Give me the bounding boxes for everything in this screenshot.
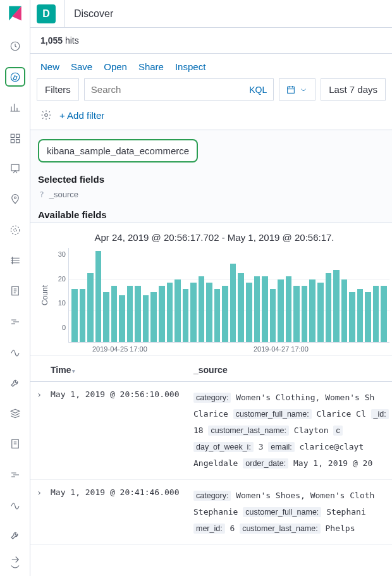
filters-button[interactable]: Filters [37, 78, 79, 101]
histogram-bar[interactable] [206, 283, 212, 342]
histogram-bar[interactable] [127, 286, 133, 342]
histogram-bar[interactable] [373, 286, 379, 342]
histogram-bar[interactable] [95, 251, 102, 342]
histogram-bar[interactable] [309, 279, 315, 342]
search-box: KQL [84, 78, 274, 101]
histogram-bar[interactable] [183, 289, 189, 342]
available-fields-heading[interactable]: Available fields [30, 205, 392, 223]
stack-icon[interactable] [5, 404, 25, 423]
histogram-bar[interactable] [278, 279, 284, 342]
kibana-logo[interactable] [7, 5, 23, 21]
histogram-bar[interactable] [349, 292, 355, 342]
histogram-bar[interactable] [199, 276, 205, 342]
share-button[interactable]: Share [138, 61, 164, 72]
add-filter-link[interactable]: + Add filter [59, 110, 104, 121]
open-button[interactable]: Open [104, 61, 127, 72]
histogram-bar[interactable] [190, 283, 197, 342]
histogram-chart[interactable]: Count 30 20 10 0 [39, 248, 389, 343]
devtools2-icon[interactable] [5, 526, 25, 545]
expand-row-icon[interactable]: › [30, 487, 48, 498]
histogram-bar[interactable] [317, 283, 324, 342]
ml-icon[interactable] [5, 220, 25, 239]
devtools-icon[interactable] [5, 373, 25, 392]
histogram-bar[interactable] [326, 273, 332, 342]
yaxis-label: Count [39, 285, 51, 305]
index-pattern-selector[interactable]: kibana_sample_data_ecommerce [38, 139, 198, 162]
histogram-bar[interactable] [80, 289, 86, 342]
histogram-bar[interactable] [365, 292, 371, 342]
recent-icon[interactable] [5, 37, 25, 56]
selected-field-source[interactable]: ?_source [30, 187, 392, 205]
svg-point-9 [14, 197, 16, 199]
kql-toggle[interactable]: KQL [249, 85, 267, 95]
histogram-bar[interactable] [302, 286, 308, 342]
histogram-bar[interactable] [293, 286, 300, 342]
discover-icon[interactable] [5, 67, 25, 87]
save-button[interactable]: Save [71, 61, 92, 72]
histogram-bar[interactable] [262, 276, 268, 342]
logs-icon[interactable] [5, 281, 25, 300]
histogram-bar[interactable] [111, 286, 118, 342]
histogram-bar[interactable] [286, 276, 292, 342]
apm-icon[interactable] [5, 312, 25, 331]
histogram-bar[interactable] [270, 289, 276, 342]
gear-icon[interactable] [40, 109, 52, 121]
space-badge[interactable]: D [37, 4, 56, 23]
uptime2-icon[interactable] [5, 496, 25, 515]
histogram-bar[interactable] [238, 273, 244, 342]
datepicker-button[interactable] [279, 78, 315, 101]
histogram-bar[interactable] [222, 286, 228, 342]
hits-bar: 1,055 hits [30, 28, 392, 54]
histogram-bar[interactable] [119, 295, 125, 343]
visualize-icon[interactable] [5, 98, 25, 117]
cell-time: May 1, 2019 @ 20:56:10.000 [48, 389, 193, 399]
histogram-bar[interactable] [341, 279, 348, 342]
apm2-icon[interactable] [5, 465, 25, 484]
col-time-header[interactable]: Time▾ [48, 365, 193, 375]
histogram-bar[interactable] [381, 286, 387, 342]
histogram-bar[interactable] [230, 264, 236, 342]
new-button[interactable]: New [40, 61, 59, 72]
histogram-bar[interactable] [254, 276, 260, 342]
yaxis-ticks: 30 20 10 0 [51, 248, 68, 343]
svg-point-11 [11, 226, 20, 235]
histogram-bar[interactable] [150, 292, 157, 342]
table-row: ›May 1, 2019 @ 20:41:46.000category: Wom… [30, 480, 392, 545]
svg-rect-5 [16, 134, 19, 137]
management-icon[interactable] [5, 434, 25, 453]
histogram-range-label: Apr 24, 2019 @ 20:56:17.702 - May 1, 201… [39, 232, 389, 243]
histogram-bar[interactable] [246, 283, 252, 342]
collapse-icon[interactable] [5, 549, 25, 570]
infra-icon[interactable] [5, 251, 25, 270]
histogram-bar[interactable] [167, 283, 173, 342]
histogram-bar[interactable] [214, 289, 221, 342]
histogram-bar[interactable] [135, 286, 141, 342]
search-input[interactable] [91, 84, 244, 95]
col-source-header[interactable]: _source [193, 365, 392, 375]
expand-row-icon[interactable]: › [30, 389, 48, 400]
histogram-bar[interactable] [143, 295, 149, 343]
cell-time: May 1, 2019 @ 20:41:46.000 [48, 487, 193, 497]
dashboard-icon[interactable] [5, 128, 25, 147]
histogram-bar[interactable] [357, 289, 364, 342]
date-range-display[interactable]: Last 7 days [321, 78, 386, 101]
calendar-icon [286, 85, 296, 95]
topbar: D Discover [30, 0, 392, 28]
inspect-button[interactable]: Inspect [175, 61, 205, 72]
histogram-bar[interactable] [175, 279, 181, 342]
svg-rect-6 [11, 139, 14, 142]
histogram-bar[interactable] [333, 270, 340, 342]
uptime-icon[interactable] [5, 343, 25, 362]
histogram-bar[interactable] [103, 292, 109, 342]
svg-rect-14 [288, 87, 295, 93]
fields-sidebar: kibana_sample_data_ecommerce Selected fi… [30, 130, 392, 223]
svg-rect-7 [16, 139, 19, 142]
maps-icon[interactable] [5, 190, 25, 209]
histogram-bars[interactable] [68, 248, 389, 343]
histogram-bar[interactable] [71, 289, 78, 342]
histogram-bar[interactable] [87, 273, 94, 342]
table-row: ›May 1, 2019 @ 20:56:10.000category: Wom… [30, 382, 392, 480]
canvas-icon[interactable] [5, 159, 25, 178]
histogram-bar[interactable] [159, 286, 165, 342]
hits-count: 1,055 [40, 35, 63, 46]
